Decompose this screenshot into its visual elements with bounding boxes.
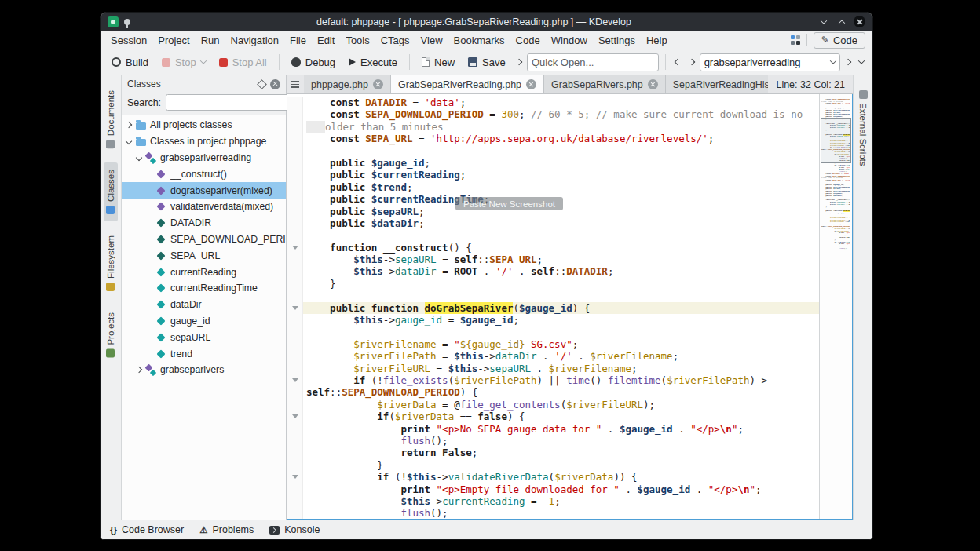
tab-close-icon[interactable] bbox=[373, 79, 383, 89]
menu-bookmarks[interactable]: Bookmarks bbox=[448, 32, 510, 49]
fold-marker[interactable] bbox=[287, 242, 303, 254]
menu-edit[interactable]: Edit bbox=[312, 32, 340, 49]
code-line[interactable]: $this->currentReading = -1; bbox=[287, 495, 819, 507]
code-line[interactable]: flush(); bbox=[287, 507, 819, 519]
code-line[interactable]: self::SEPA_DOWNLOAD_PERIOD) { bbox=[287, 386, 819, 398]
sidebar-tab-classes[interactable]: Classes bbox=[104, 162, 118, 221]
menu-navigation[interactable]: Navigation bbox=[225, 32, 284, 49]
tab-phppage-php[interactable]: phppage.php bbox=[304, 75, 391, 93]
code-line[interactable]: print "<p>No SEPA gauge data for " . $ga… bbox=[287, 423, 819, 435]
build-button[interactable]: Build bbox=[106, 53, 154, 71]
menu-ctags[interactable]: CTags bbox=[375, 32, 415, 49]
tab-close-icon[interactable] bbox=[526, 79, 536, 89]
stop-button[interactable]: Stop bbox=[156, 53, 211, 71]
fold-arrow-icon[interactable] bbox=[292, 475, 298, 479]
statusbar-problems[interactable]: ⚠Problems bbox=[199, 524, 254, 535]
quick-open-input[interactable] bbox=[532, 57, 654, 68]
code-line[interactable]: function __construct() { bbox=[287, 242, 819, 254]
code-line[interactable]: public $dataDir; bbox=[287, 217, 819, 229]
code-line[interactable] bbox=[287, 290, 819, 301]
menu-project[interactable]: Project bbox=[152, 32, 195, 49]
code-line[interactable]: $this->gauge_id = $gauge_id; bbox=[287, 314, 819, 326]
code-line[interactable]: $riverFileURL = $this->sepaURL . $riverF… bbox=[287, 363, 819, 374]
sidebar-tab-external-scripts[interactable]: External Scripts bbox=[856, 83, 870, 173]
tree-item-sepa-download-period[interactable]: SEPA_DOWNLOAD_PERIOD bbox=[122, 232, 286, 248]
code-line[interactable]: $riverFilePath = $this->dataDir . '/' . … bbox=[287, 350, 819, 362]
code-line[interactable]: if($riverData == false) { bbox=[287, 411, 819, 422]
search-next-button[interactable] bbox=[843, 53, 854, 71]
classes-panel-header[interactable]: Classes bbox=[122, 75, 286, 93]
tab-close-icon[interactable] bbox=[648, 79, 658, 89]
tree-item-datadir[interactable]: dataDir bbox=[122, 297, 286, 313]
code-line[interactable]: flush(); bbox=[287, 435, 819, 447]
debug-button[interactable]: Debug bbox=[286, 53, 341, 71]
menu-run[interactable]: Run bbox=[196, 32, 225, 49]
code-line[interactable]: public function doGrabSepaRiver($gauge_i… bbox=[287, 302, 819, 314]
code-line[interactable] bbox=[287, 229, 819, 241]
fold-arrow-icon[interactable] bbox=[292, 414, 298, 418]
tree-item-grabsepariverreading[interactable]: grabsepariverreading bbox=[122, 150, 286, 166]
code-line[interactable] bbox=[287, 326, 819, 338]
code-area-button[interactable]: ✎ Code bbox=[814, 32, 865, 49]
tree-item-sepaurl[interactable]: sepaURL bbox=[122, 329, 286, 345]
stop-all-button[interactable]: Stop All bbox=[214, 53, 272, 71]
maximize-button[interactable] bbox=[836, 16, 848, 28]
code-line[interactable]: } bbox=[287, 459, 819, 471]
code-line[interactable]: older than 5 minutes bbox=[287, 121, 819, 133]
menu-code[interactable]: Code bbox=[510, 32, 546, 49]
code-line[interactable] bbox=[287, 145, 819, 157]
menu-file[interactable]: File bbox=[284, 32, 312, 49]
tree-item-dograbsepariver-mixed[interactable]: dograbsepariver(mixed) bbox=[122, 182, 286, 199]
fold-marker[interactable] bbox=[287, 411, 303, 422]
minimap-viewport[interactable] bbox=[821, 118, 851, 163]
code-line[interactable]: $riverData = @file_get_contents($riverFi… bbox=[287, 399, 819, 411]
tree-item-validateriverdata-mixed[interactable]: validateriverdata(mixed) bbox=[122, 199, 286, 215]
expander-icon[interactable] bbox=[126, 122, 132, 128]
tree-item-sepa-url[interactable]: SEPA_URL bbox=[122, 247, 286, 264]
code-line[interactable]: public $gauge_id; bbox=[287, 157, 819, 169]
expander-icon[interactable] bbox=[126, 138, 132, 144]
search-input[interactable] bbox=[704, 57, 828, 68]
pin-icon[interactable] bbox=[124, 19, 130, 25]
sidebar-tab-documents[interactable]: Documents bbox=[104, 83, 118, 155]
save-expander-button[interactable] bbox=[514, 53, 525, 71]
working-set-grid-icon[interactable] bbox=[791, 35, 800, 45]
close-panel-icon[interactable] bbox=[270, 79, 280, 89]
history-back-button[interactable] bbox=[672, 53, 683, 71]
code-line[interactable]: return False; bbox=[287, 447, 819, 458]
statusbar-code-browser[interactable]: {}Code Browser bbox=[110, 524, 184, 535]
search-combo[interactable] bbox=[700, 53, 840, 71]
code-line[interactable]: $this->sepaURL = self::SEPA_URL; bbox=[287, 254, 819, 265]
tree-item-grabseparivers[interactable]: grabseparivers bbox=[122, 362, 286, 378]
save-button[interactable]: Save bbox=[463, 53, 511, 71]
tree-item-classes-in-project-phppage[interactable]: Classes in project phppage bbox=[122, 133, 286, 150]
fold-marker[interactable] bbox=[287, 374, 303, 386]
code-line[interactable]: } bbox=[287, 278, 819, 290]
menu-session[interactable]: Session bbox=[105, 32, 152, 49]
code-line[interactable]: if (!file_exists($riverFilePath) || time… bbox=[287, 374, 819, 386]
menu-window[interactable]: Window bbox=[546, 32, 593, 49]
code-line[interactable]: public $currentReading; bbox=[287, 169, 819, 181]
tree-item-datadir[interactable]: DATADIR bbox=[122, 215, 286, 232]
close-button[interactable] bbox=[854, 16, 865, 27]
expander-icon[interactable] bbox=[136, 367, 142, 373]
menu-view[interactable]: View bbox=[415, 32, 448, 49]
tree-item-all-projects-classes[interactable]: All projects classes bbox=[122, 117, 286, 133]
sidebar-tab-projects[interactable]: Projects bbox=[104, 305, 118, 365]
code-line[interactable]: print "<p>Empty file downloaded for " . … bbox=[287, 483, 819, 495]
code-line[interactable]: if (!$this->validateRiverData($riverData… bbox=[287, 471, 819, 483]
tab-grabseparivers-php[interactable]: GrabSepaRivers.php bbox=[544, 75, 666, 93]
code-line[interactable]: const SEPA_URL = 'http://apps.sepa.org.u… bbox=[287, 133, 819, 144]
menu-settings[interactable]: Settings bbox=[593, 32, 641, 49]
tab-separiverreadinghistory-php[interactable]: SepaRiverReadingHistory.php bbox=[666, 75, 769, 93]
fold-arrow-icon[interactable] bbox=[292, 246, 298, 250]
tree-item-currentreading[interactable]: currentReading bbox=[122, 264, 286, 280]
code-line[interactable]: $this->dataDir = ROOT . '/' . self::DATA… bbox=[287, 265, 819, 277]
statusbar-konsole[interactable]: Konsole bbox=[269, 524, 320, 535]
fold-marker[interactable] bbox=[287, 471, 303, 483]
code-editor[interactable]: const DATADIR = 'data'; const SEPA_DOWNL… bbox=[287, 94, 819, 519]
tab-grabsepariverreading-php[interactable]: GrabSepaRiverReading.php bbox=[391, 75, 544, 93]
menu-help[interactable]: Help bbox=[641, 32, 673, 49]
classes-search-input[interactable] bbox=[166, 94, 300, 111]
fold-arrow-icon[interactable] bbox=[292, 306, 298, 310]
